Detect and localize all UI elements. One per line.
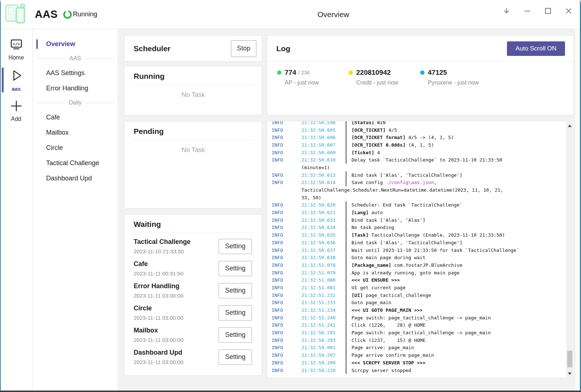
nav-item-overview[interactable]: Overview [33, 36, 118, 52]
plus-icon [9, 99, 23, 113]
setting-button-tactical-challenge[interactable]: Setting [219, 239, 252, 254]
scheduler-column: Scheduler Stop Running No Task Pending N… [124, 35, 262, 376]
running-title: Running [125, 66, 262, 85]
stop-button[interactable]: Stop [231, 40, 256, 57]
running-empty-text: No Task [125, 91, 262, 99]
scroll-up-icon[interactable] [566, 122, 573, 129]
log-line: INFO21:32:51.234<<< UI GOTO PAGE_MAIN >>… [272, 306, 574, 314]
log-line: INFO21:32:50.598[Status] WIN [272, 121, 574, 126]
nav-item-dashboard-upd[interactable]: Dashboard Upd [33, 171, 118, 186]
log-line: INFO21:32:51.081UI get current page [272, 284, 574, 291]
app-brand: AAS Running [0, 3, 97, 26]
close-icon[interactable] [563, 4, 574, 17]
stat-label: AP - just now [277, 79, 349, 86]
log-line: INFO21:32:59.209<<< SCRCPY SERVER STOP >… [272, 359, 574, 367]
rail-item-add[interactable]: Add [0, 98, 33, 123]
waiting-task-time: 2023-11-11 03:00:00 [134, 359, 219, 365]
log-line: INFO21:32:50.609[Ticket] 4 [272, 149, 574, 156]
maximize-icon[interactable] [542, 4, 554, 17]
auto-scroll-button[interactable]: Auto Scroll ON [507, 41, 565, 56]
log-line: INFO21:32:50.621[Lang] auto [272, 209, 574, 216]
log-title: Log [276, 44, 507, 53]
waiting-task-time: 2023-11-11 03:00:00 [134, 315, 219, 321]
log-line: INFO21:32:51.080<<< UI ENSURE >>> [272, 276, 574, 284]
running-spinner-icon [63, 10, 72, 19]
waiting-task-row: Circle2023-11-11 03:00:00Setting [134, 302, 252, 324]
scheduler-status: Running [73, 11, 97, 18]
nav-item-aas-settings[interactable]: AAS Settings [33, 65, 118, 81]
waiting-task-row: Mailbox2023-11-11 03:00:00Setting [134, 324, 252, 346]
stat-label: Pyroxene - just now [420, 79, 492, 86]
setting-button-dashboard-upd[interactable]: Setting [219, 350, 252, 365]
setting-button-cafe[interactable]: Setting [219, 261, 252, 276]
nav-item-cafe[interactable]: Cafe [33, 110, 118, 125]
log-line: INFO21:32:59.210Scrcpy server stopped [272, 367, 574, 374]
nav-item-tactical-challenge[interactable]: Tactical Challenge [33, 155, 118, 171]
log-line: INFO21:32:50.605[OCR_TICKET] 4/5 [272, 126, 574, 134]
waiting-task-time: 2023-11-11 00:31:50 [134, 270, 219, 277]
scheduler-title: Scheduler [134, 44, 231, 53]
icon-rail: </> Home aas Add [0, 29, 33, 391]
waiting-task-name: Error Handling [134, 282, 219, 290]
rail-item-home[interactable]: </> Home [0, 37, 33, 62]
waiting-task-time: 2023-11-11 03:00:00 [134, 293, 219, 299]
log-line: INFO21:32:50.614Save config ./config\aas… [272, 179, 574, 187]
play-icon [9, 68, 24, 83]
setting-button-mailbox[interactable]: Setting [219, 327, 252, 343]
titlebar: AAS Running Overview [0, 0, 581, 29]
window-border-left [0, 0, 1, 392]
log-line: INFO21:32:50.638Goto main page during wa… [272, 254, 574, 261]
log-card: Log Auto Scroll ON 774/ 234AP - just now… [267, 35, 574, 115]
divider [132, 85, 255, 85]
stat-value: 220810942 [356, 69, 391, 77]
log-line: TacticalChallenge.Scheduler.NextRun=date… [272, 186, 574, 194]
waiting-card: Waiting Tactical Challenge2023-11-10 21:… [124, 214, 262, 376]
log-line: INFO21:32:56.291Page switch: page_tactic… [272, 329, 574, 336]
waiting-task-info: Mailbox2023-11-11 03:00:00 [134, 327, 219, 343]
waiting-task-row: Cafe2023-11-11 00:31:50Setting [134, 257, 252, 279]
stat-value: 47125 [428, 69, 447, 77]
minimize-icon[interactable] [521, 4, 533, 17]
stat-dot-icon [420, 70, 424, 75]
rail-item-aas[interactable]: aas [0, 67, 33, 93]
setting-button-circle[interactable]: Setting [219, 305, 252, 320]
log-line: INFO21:32:50.636Bind task ['Alas', 'Tact… [272, 239, 574, 246]
stat-label: Credit - just now [349, 79, 420, 86]
stat-dot-icon [349, 70, 353, 75]
scrollbar-thumb[interactable] [567, 351, 572, 367]
waiting-task-info: Error Handling2023-11-11 03:00:00 [134, 282, 219, 299]
log-line: INFO21:32:59.207Page arrive confirm page… [272, 351, 574, 359]
nav-item-circle[interactable]: Circle [33, 140, 118, 155]
nav-item-error-handling[interactable]: Error Handling [33, 81, 118, 96]
page-title: Overview [317, 10, 349, 19]
log-line: INFO21:32:50.606[OCR_TICKET format] 4/5 … [272, 134, 574, 141]
log-line: (minute=1) [272, 164, 574, 171]
log-column: Log Auto Scroll ON 774/ 234AP - just now… [267, 35, 574, 378]
log-lines: INFO21:32:50.598[Status] WININFO21:32:50… [267, 121, 574, 374]
download-icon[interactable] [501, 4, 512, 17]
log-line: INFO21:32:51.078[Package_name] com.Yosta… [272, 261, 574, 269]
log-scrollbar[interactable] [566, 122, 573, 377]
window-controls [501, 4, 574, 17]
waiting-task-name: Dashboard Upd [134, 349, 219, 356]
nav-item-mailbox[interactable]: Mailbox [33, 125, 118, 140]
log-line: INFO21:32:50.613Bind task ['Alas', 'Tact… [272, 171, 574, 179]
waiting-task-row: Tactical Challenge2023-11-10 21:33:50Set… [134, 235, 252, 257]
nav-group-label: Daily [69, 99, 82, 106]
stat-credit: 220810942Credit - just now [349, 69, 420, 86]
waiting-task-name: Circle [134, 305, 219, 312]
scroll-down-icon[interactable] [566, 370, 573, 377]
waiting-task-row: Error Handling2023-11-11 03:00:00Setting [134, 279, 252, 302]
waiting-task-info: Dashboard Upd2023-11-11 03:00:00 [134, 349, 219, 365]
nav-menu: OverviewAASAAS SettingsError HandlingDai… [33, 29, 118, 391]
waiting-task-name: Cafe [134, 260, 219, 268]
nav-group-label: AAS [69, 55, 81, 62]
scheduler-card: Scheduler Stop [124, 35, 262, 62]
main-content: Scheduler Stop Running No Task Pending N… [118, 29, 581, 391]
code-monitor-icon: </> [9, 38, 24, 52]
stat-secondary: / 234 [298, 70, 310, 75]
setting-button-error-handling[interactable]: Setting [219, 283, 252, 298]
waiting-task-info: Circle2023-11-11 03:00:00 [134, 305, 219, 321]
running-card: Running No Task [124, 66, 262, 115]
waiting-task-name: Tactical Challenge [134, 238, 219, 246]
